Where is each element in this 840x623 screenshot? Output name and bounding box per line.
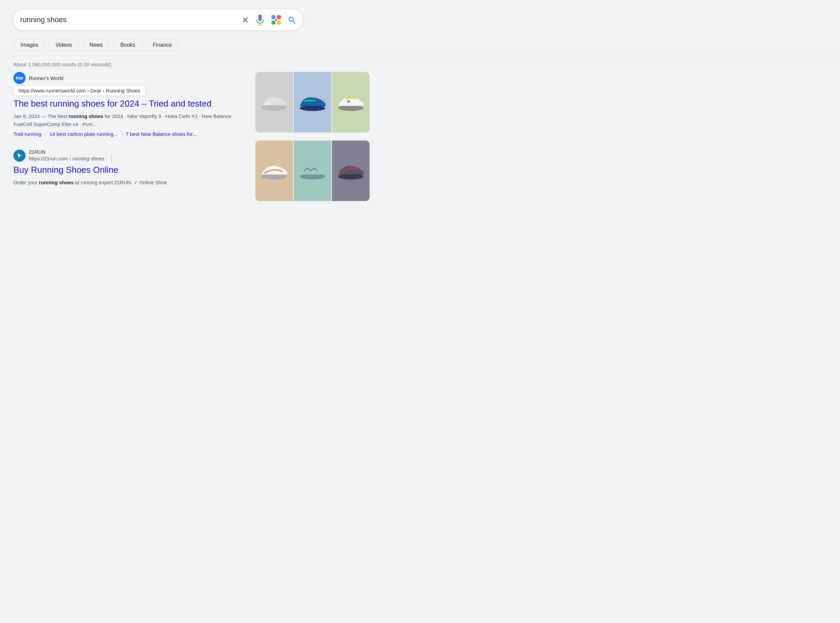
sub-link-separator: ·: [45, 131, 47, 137]
svg-rect-9: [277, 20, 281, 25]
svg-rect-3: [259, 14, 262, 18]
site-name-url: 21RUN https://21run.com › running-shoes …: [29, 149, 114, 162]
site-info: RW Runner's World: [14, 72, 242, 84]
url-text: https://21run.com › running-shoes: [29, 156, 104, 161]
result-title-link[interactable]: The best running shoes for 2024 – Tried …: [14, 98, 242, 110]
filter-videos[interactable]: Videos: [48, 39, 79, 51]
result-snippet: Jan 8, 2024 — The best running shoes for…: [14, 112, 242, 129]
shoe-image-2: [294, 72, 332, 132]
svg-point-11: [275, 19, 277, 21]
filters-row: Images Videos News Books Finance: [0, 36, 840, 51]
lens-icon: [271, 14, 282, 25]
mic-icon: [256, 14, 265, 26]
sub-link-newbalance[interactable]: 7 best New Balance shoes for...: [126, 131, 197, 137]
result-item: 21RUN https://21run.com › running-shoes …: [14, 149, 242, 187]
sub-link-separator: ·: [121, 131, 124, 137]
clear-button[interactable]: [241, 16, 249, 24]
filter-images[interactable]: Images: [14, 39, 45, 51]
svg-point-16: [300, 106, 325, 111]
svg-rect-8: [271, 20, 275, 25]
shoe-image-4: [256, 141, 294, 201]
svg-text:N: N: [347, 100, 350, 104]
svg-line-13: [293, 21, 295, 23]
result-snippet: Order your running shoes at running expe…: [14, 178, 242, 187]
search-bar-container: [14, 9, 302, 30]
sub-links: Trail running · 14 best carbon plate run…: [14, 131, 242, 137]
search-input[interactable]: [20, 15, 241, 24]
favicon: RW: [14, 72, 26, 84]
filter-finance[interactable]: Finance: [146, 39, 179, 51]
result-title-link[interactable]: Buy Running Shoes Online: [14, 164, 242, 176]
shoe-image-6: [332, 141, 370, 201]
svg-rect-15: [264, 103, 271, 104]
results-count: About 1,090,000,000 results (0.39 second…: [0, 56, 840, 72]
voice-search-button[interactable]: [256, 14, 265, 26]
menu-dots-button[interactable]: ⋮: [108, 155, 114, 162]
image-group-2[interactable]: [256, 141, 370, 201]
sub-link-carbon[interactable]: 14 best carbon plate running...: [49, 131, 118, 137]
site-info: 21RUN https://21run.com › running-shoes …: [14, 149, 242, 162]
sub-link-trail[interactable]: Trail running: [14, 131, 41, 137]
shoe-image-5: [294, 141, 332, 201]
svg-rect-7: [277, 15, 281, 19]
favicon: [14, 150, 26, 162]
shoe-image-3: N: [332, 72, 370, 132]
url-highlight-box: https://www.runnersworld.com › Gear › Ru…: [14, 85, 145, 96]
url-breadcrumb-wrapper: https://www.runnersworld.com › Gear › Ru…: [14, 85, 242, 96]
site-name-url: Runner's World: [29, 75, 64, 81]
site-name: 21RUN: [29, 149, 114, 155]
main-content: RW Runner's World https://www.runnerswor…: [0, 72, 840, 209]
search-button[interactable]: [288, 16, 296, 24]
svg-rect-6: [271, 15, 275, 19]
google-lens-button[interactable]: [271, 14, 282, 25]
search-icons: [241, 14, 296, 26]
search-bar-area: [0, 0, 840, 36]
filter-books[interactable]: Books: [113, 39, 142, 51]
result-item: RW Runner's World https://www.runnerswor…: [14, 72, 242, 137]
site-name: Runner's World: [29, 75, 64, 81]
filter-news[interactable]: News: [82, 39, 110, 51]
images-column: N: [256, 72, 370, 209]
results-column: RW Runner's World https://www.runnerswor…: [14, 72, 242, 209]
shoe-image-1: [256, 72, 294, 132]
image-group-1[interactable]: N: [256, 72, 370, 132]
